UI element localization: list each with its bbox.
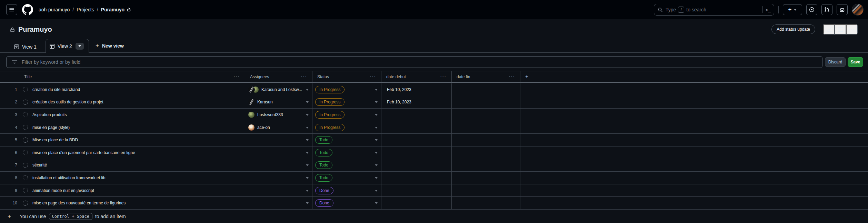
status-cell[interactable]: Todo	[312, 146, 381, 159]
insights-button[interactable]	[823, 24, 835, 34]
chevron-down-icon[interactable]	[375, 89, 378, 91]
title-cell[interactable]: 6 mise en place d'un paiement par carte …	[0, 146, 245, 159]
date-debut-cell[interactable]	[381, 121, 452, 134]
hamburger-menu-button[interactable]	[6, 4, 17, 15]
date-debut-cell[interactable]	[381, 159, 452, 172]
title-cell[interactable]: 9 animation mode nuit en javascript	[0, 184, 245, 197]
discard-button[interactable]: Discard	[825, 57, 846, 67]
date-fin-cell[interactable]	[452, 134, 520, 146]
assignees-cell[interactable]: ace-oh	[245, 121, 312, 134]
title-cell[interactable]: 1 création du site marchand	[0, 83, 245, 96]
chevron-down-icon[interactable]	[375, 190, 378, 192]
column-header-assignees[interactable]: Assignees ···	[245, 71, 312, 82]
project-menu-button[interactable]: ···	[846, 24, 857, 34]
assignees-cell[interactable]: Lostsword333	[245, 109, 312, 121]
status-cell[interactable]: Done	[312, 184, 381, 197]
date-fin-cell[interactable]	[452, 197, 520, 209]
chevron-down-icon[interactable]	[306, 139, 309, 141]
user-avatar[interactable]	[852, 4, 864, 16]
breadcrumb-projects[interactable]: Projects	[77, 7, 94, 12]
assignees-cell[interactable]	[245, 134, 312, 146]
status-cell[interactable]: In Progress	[312, 121, 381, 134]
assignees-cell[interactable]	[245, 197, 312, 209]
chevron-down-icon[interactable]	[306, 152, 309, 154]
chevron-down-icon[interactable]	[375, 127, 378, 129]
date-fin-cell[interactable]	[452, 121, 520, 134]
column-menu-icon[interactable]: ···	[509, 74, 515, 79]
chevron-down-icon[interactable]	[375, 101, 378, 103]
chevron-down-icon[interactable]	[375, 139, 378, 141]
save-button[interactable]: Save	[848, 57, 863, 67]
column-header-title[interactable]: Title ···	[0, 71, 245, 82]
add-column-button[interactable]: +	[520, 71, 868, 82]
date-debut-cell[interactable]: Feb 10, 2023	[381, 83, 452, 96]
chevron-down-icon[interactable]	[306, 177, 309, 179]
tab-view-2[interactable]: View 2	[46, 39, 89, 53]
chevron-down-icon[interactable]	[306, 89, 309, 91]
title-cell[interactable]: 8 installation et utilisation framework …	[0, 172, 245, 184]
column-menu-icon[interactable]: ···	[301, 74, 307, 79]
column-menu-icon[interactable]: ···	[370, 74, 376, 79]
title-cell[interactable]: 10 mise en page des nouveauté en terme d…	[0, 197, 245, 209]
column-header-status[interactable]: Status ···	[312, 71, 381, 82]
column-header-date-debut[interactable]: date debut ···	[381, 71, 452, 82]
issues-button[interactable]	[806, 4, 817, 15]
assignees-cell[interactable]: Karasun	[245, 96, 312, 109]
status-cell[interactable]: In Progress	[312, 109, 381, 121]
chevron-down-icon[interactable]	[306, 127, 309, 129]
assignees-cell[interactable]: Karasun and Lostsw...	[245, 83, 312, 96]
column-menu-icon[interactable]: ···	[234, 74, 240, 79]
date-fin-cell[interactable]	[452, 109, 520, 121]
status-cell[interactable]: Todo	[312, 159, 381, 172]
date-debut-cell[interactable]	[381, 184, 452, 197]
date-debut-cell[interactable]	[381, 197, 452, 209]
date-debut-cell[interactable]	[381, 172, 452, 184]
create-new-button[interactable]: +	[783, 4, 802, 15]
breadcrumb-org[interactable]: aoh-puramuyo	[39, 7, 70, 12]
chevron-down-icon[interactable]	[375, 114, 378, 116]
chevron-down-icon[interactable]	[306, 190, 309, 192]
chevron-down-icon[interactable]	[306, 101, 309, 103]
assignees-cell[interactable]	[245, 172, 312, 184]
filter-input[interactable]	[6, 56, 822, 68]
status-cell[interactable]: Todo	[312, 172, 381, 184]
title-cell[interactable]: 2 création des outils de gestion du proj…	[0, 96, 245, 109]
status-cell[interactable]: In Progress	[312, 96, 381, 109]
date-fin-cell[interactable]	[452, 172, 520, 184]
view-2-menu-button[interactable]	[76, 43, 84, 50]
title-cell[interactable]: 5 Mise en place de la BDD	[0, 134, 245, 146]
side-panel-button[interactable]	[835, 24, 846, 34]
date-fin-cell[interactable]	[452, 184, 520, 197]
status-cell[interactable]: Todo	[312, 134, 381, 146]
command-palette-icon[interactable]: >_	[766, 7, 770, 12]
breadcrumb-project[interactable]: Puramuyo	[101, 7, 131, 12]
pull-requests-button[interactable]	[821, 4, 832, 15]
status-cell[interactable]: In Progress	[312, 83, 381, 96]
chevron-down-icon[interactable]	[306, 164, 309, 166]
column-menu-icon[interactable]: ···	[440, 74, 447, 79]
date-debut-cell[interactable]	[381, 109, 452, 121]
date-fin-cell[interactable]	[452, 83, 520, 96]
date-fin-cell[interactable]	[452, 96, 520, 109]
title-cell[interactable]: 7 sécurité	[0, 159, 245, 172]
add-item-footer[interactable]: + You can use Control + Space to add an …	[0, 210, 868, 223]
chevron-down-icon[interactable]	[375, 202, 378, 204]
assignees-cell[interactable]	[245, 146, 312, 159]
chevron-down-icon[interactable]	[306, 202, 309, 204]
chevron-down-icon[interactable]	[375, 177, 378, 179]
status-cell[interactable]: Done	[312, 197, 381, 209]
github-logo[interactable]	[22, 4, 33, 15]
date-debut-cell[interactable]	[381, 134, 452, 146]
chevron-down-icon[interactable]	[375, 152, 378, 154]
date-debut-cell[interactable]	[381, 146, 452, 159]
column-header-date-fin[interactable]: date fin ···	[452, 71, 520, 82]
tab-view-1[interactable]: View 1	[14, 44, 37, 50]
date-debut-cell[interactable]: Feb 10, 2023	[381, 96, 452, 109]
assignees-cell[interactable]	[245, 184, 312, 197]
new-view-button[interactable]: + New view	[96, 42, 124, 49]
date-fin-cell[interactable]	[452, 159, 520, 172]
chevron-down-icon[interactable]	[306, 114, 309, 116]
title-cell[interactable]: 4 mise en page (style)	[0, 121, 245, 134]
assignees-cell[interactable]	[245, 159, 312, 172]
chevron-down-icon[interactable]	[375, 164, 378, 166]
